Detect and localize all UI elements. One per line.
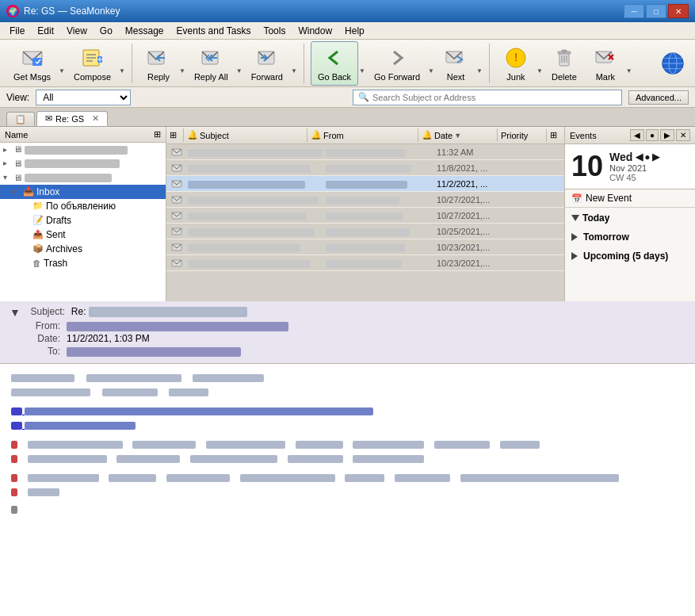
- toolbar-group-4: ! Junk ▼ Delete: [496, 41, 632, 86]
- calendar-next-button[interactable]: ▶: [660, 129, 674, 141]
- junk-tool[interactable]: ! Junk ▼: [496, 41, 543, 86]
- body-line-link: [11, 405, 684, 416]
- menu-events-tasks[interactable]: Events and Tasks: [170, 24, 258, 38]
- search-input[interactable]: [372, 93, 617, 102]
- table-row[interactable]: 10/27/2021,...: [166, 192, 564, 208]
- mark-dropdown-arrow[interactable]: ▼: [626, 67, 632, 75]
- cal-prev-inline[interactable]: ◀: [636, 151, 643, 163]
- new-event-button[interactable]: 📅 New Event: [565, 189, 695, 208]
- delete-icon: [552, 45, 577, 71]
- advanced-search-button[interactable]: Advanced...: [628, 90, 689, 105]
- upcoming-expand-arrow[interactable]: [571, 252, 578, 260]
- menu-help[interactable]: Help: [338, 24, 371, 38]
- message-tab-close[interactable]: ✕: [92, 113, 99, 124]
- next-dropdown-arrow[interactable]: ▼: [476, 67, 483, 75]
- calendar-close-button[interactable]: ✕: [676, 129, 690, 141]
- col-header-priority[interactable]: Priority: [498, 129, 547, 142]
- col-header-actions[interactable]: ⊞: [547, 128, 564, 142]
- folder-item-po-ob[interactable]: ▸ 📁 По объявлению: [0, 199, 166, 213]
- calendar-panel: Events ◀ ● ▶ ✕ 10 Wed ◀ ● ▶: [564, 127, 695, 301]
- get-msgs-dropdown-arrow[interactable]: ▼: [59, 67, 65, 75]
- body-link-2[interactable]: [11, 419, 136, 430]
- go-forward-tool[interactable]: Go Forward ▼: [367, 41, 434, 86]
- message-tab[interactable]: ✉ Re: GS ✕: [36, 111, 108, 126]
- msg-to-display[interactable]: [67, 346, 241, 357]
- subject-collapse-icon[interactable]: ▼: [10, 306, 21, 319]
- table-row[interactable]: 10/23/2021,...: [166, 239, 564, 255]
- table-row[interactable]: 10/23/2021,...: [166, 255, 564, 271]
- compose-tool[interactable]: Compose ▼: [67, 41, 125, 86]
- today-expand-arrow[interactable]: [571, 215, 579, 221]
- folder-item-trash[interactable]: ▸ 🗑 Trash: [0, 256, 166, 270]
- close-button[interactable]: ✕: [668, 4, 689, 18]
- msg-priority-5: [514, 215, 563, 216]
- folder-item-inbox[interactable]: ▾ 📥 Inbox: [0, 185, 166, 199]
- reply-dropdown-arrow[interactable]: ▼: [179, 67, 185, 75]
- msg-date-8: 10/23/2021,...: [434, 258, 514, 269]
- col-header-date[interactable]: 🔔 Date ▼: [418, 128, 498, 142]
- folder-item-su1[interactable]: ▸ 🖥: [0, 156, 166, 170]
- folder-expand-arrow-inbox[interactable]: ▾: [13, 187, 21, 196]
- folder-account-icon-inf2: 🖥: [13, 173, 22, 182]
- reply-all-dropdown-arrow[interactable]: ▼: [236, 67, 242, 75]
- table-row[interactable]: 10/27/2021,...: [166, 208, 564, 224]
- get-msgs-tool[interactable]: Get Msgs ▼: [6, 41, 65, 86]
- msg-from-display[interactable]: [67, 320, 288, 331]
- subject-collapse-button[interactable]: ▼: [10, 306, 21, 319]
- cal-upcoming-header[interactable]: Upcoming (5 days): [571, 249, 689, 263]
- compose-dropdown-arrow[interactable]: ▼: [119, 67, 125, 75]
- tomorrow-expand-arrow[interactable]: [571, 233, 578, 241]
- menu-go[interactable]: Go: [94, 24, 119, 38]
- go-back-tool[interactable]: Go Back ▼: [311, 41, 365, 86]
- sent-icon: 📤: [32, 229, 44, 239]
- inbox-home-tab[interactable]: 📋: [6, 112, 35, 126]
- table-row[interactable]: 11/2/2021, ...: [166, 176, 564, 192]
- msg-status-icon-1: [168, 147, 185, 157]
- table-row[interactable]: 10/25/2021,...: [166, 224, 564, 239]
- seamonkey-globe-button[interactable]: [657, 48, 689, 79]
- menu-message[interactable]: Message: [119, 24, 170, 38]
- delete-tool[interactable]: Delete: [544, 41, 584, 86]
- body-link-1[interactable]: [11, 405, 373, 416]
- folder-expand-arrow[interactable]: ▸: [3, 145, 11, 154]
- table-row[interactable]: 11/8/2021, ...: [166, 160, 564, 176]
- menu-window[interactable]: Window: [292, 24, 338, 38]
- from-sort-icon: 🔔: [311, 130, 322, 140]
- menu-edit[interactable]: Edit: [31, 24, 60, 38]
- menu-file[interactable]: File: [3, 24, 31, 38]
- calendar-header: Events ◀ ● ▶ ✕: [565, 127, 695, 144]
- compose-icon: [80, 45, 105, 71]
- folder-item-inf1[interactable]: ▸ 🖥: [0, 143, 166, 156]
- reply-all-tool[interactable]: Reply All ▼: [187, 41, 242, 86]
- menu-view[interactable]: View: [60, 24, 94, 38]
- view-select[interactable]: All: [36, 90, 131, 105]
- forward-dropdown-arrow[interactable]: ▼: [291, 67, 297, 75]
- cal-next-inline[interactable]: ▶: [652, 151, 659, 163]
- calendar-prev-button[interactable]: ◀: [630, 129, 644, 141]
- folder-expand-arrow-inf2[interactable]: ▾: [3, 173, 11, 182]
- col-header-subject[interactable]: 🔔 Subject: [184, 128, 307, 142]
- folder-item-drafts[interactable]: ▸ 📝 Drafts: [0, 213, 166, 228]
- folder-expand-arrow-su[interactable]: ▸: [3, 159, 11, 167]
- cal-today-header[interactable]: Today: [571, 211, 689, 225]
- minimize-button[interactable]: ─: [624, 4, 644, 18]
- cal-tomorrow-header[interactable]: Tomorrow: [571, 230, 689, 244]
- next-tool[interactable]: Next ▼: [436, 41, 483, 86]
- calendar-inline-nav[interactable]: ◀ ● ▶: [636, 151, 659, 163]
- reply-tool[interactable]: Reply ▼: [139, 41, 185, 86]
- menu-tools[interactable]: Tools: [257, 24, 292, 38]
- folder-item-inf2[interactable]: ▾ 🖥: [0, 170, 166, 185]
- folder-item-sent[interactable]: ▸ 📤 Sent: [0, 228, 166, 242]
- col-header-thread[interactable]: ⊞: [166, 128, 184, 142]
- col-header-from[interactable]: 🔔 From: [307, 128, 418, 142]
- mark-tool[interactable]: Mark ▼: [586, 41, 632, 86]
- go-back-dropdown-arrow[interactable]: ▼: [359, 67, 365, 75]
- junk-dropdown-arrow[interactable]: ▼: [537, 67, 543, 75]
- maximize-button[interactable]: □: [646, 4, 666, 18]
- calendar-today-button[interactable]: ●: [646, 129, 659, 141]
- folder-item-archives[interactable]: ▸ 📦 Archives: [0, 242, 166, 256]
- table-row[interactable]: 11:32 AM: [166, 144, 564, 160]
- forward-tool[interactable]: Forward ▼: [244, 41, 297, 86]
- cal-dot-inline[interactable]: ●: [644, 151, 650, 163]
- go-forward-dropdown-arrow[interactable]: ▼: [428, 67, 434, 75]
